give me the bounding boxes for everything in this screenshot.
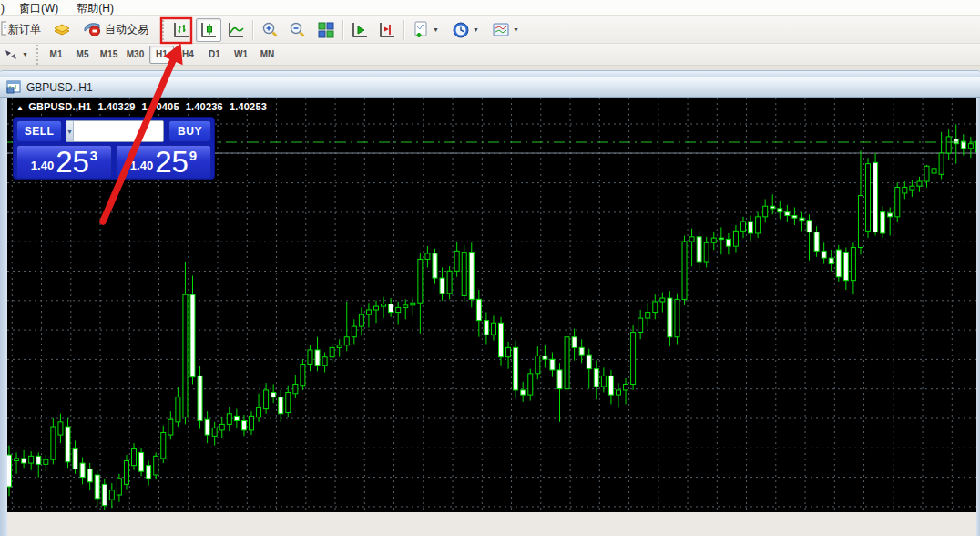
triangle-marker-icon: ▲ — [16, 104, 24, 112]
chart-window-titlebar[interactable]: GBPUSD.,H1 — [0, 77, 980, 98]
menu-item-clipped[interactable]: ) — [0, 2, 10, 15]
bull-candle — [903, 188, 907, 193]
bull-candle — [895, 188, 900, 217]
bear-candle — [484, 321, 488, 335]
bull-candle — [741, 222, 746, 231]
bear-candle — [514, 347, 518, 390]
bull-candle — [910, 186, 914, 190]
indicators-button[interactable]: ▼ — [408, 18, 443, 42]
bull-candle — [711, 238, 716, 242]
bull-candle — [425, 253, 430, 259]
bull-candle — [308, 350, 312, 365]
chart-window-frame — [0, 70, 980, 77]
timeframe-button-m1[interactable]: M1 — [44, 46, 68, 64]
timeframe-button-d1[interactable]: D1 — [202, 46, 227, 64]
bear-candle — [73, 449, 77, 469]
volume-input[interactable] — [74, 121, 164, 141]
autotrading-icon — [83, 19, 101, 41]
bull-candle — [491, 323, 495, 335]
buy-price-big: 25 — [155, 149, 189, 176]
bull-candle — [689, 237, 694, 242]
mql-editor-icon[interactable] — [52, 19, 72, 41]
bull-candle — [638, 318, 643, 333]
zoom-out-button[interactable] — [284, 18, 310, 42]
bear-candle — [579, 347, 584, 355]
bear-candle — [822, 251, 826, 258]
chevron-down-icon: ▼ — [22, 51, 28, 57]
bull-candle — [176, 397, 180, 422]
bull-candle — [616, 390, 620, 395]
bull-candle — [624, 384, 628, 389]
bear-candle — [87, 469, 92, 482]
timeframe-button-m5[interactable]: M5 — [70, 46, 95, 64]
bull-candle — [227, 414, 231, 425]
bull-candle — [851, 247, 855, 280]
quote-header: ▲GBPUSD.,H11.403291.404051.402361.40253 — [16, 101, 273, 112]
bear-candle — [807, 221, 812, 232]
bear-candle — [836, 250, 841, 277]
sell-button[interactable]: SELL — [16, 120, 62, 142]
zoom-in-button[interactable] — [257, 18, 282, 42]
chart-area[interactable]: ▲GBPUSD.,H11.403291.404051.402361.40253 … — [7, 98, 976, 512]
bull-candle — [454, 251, 459, 271]
quote-high: 1.40405 — [142, 101, 179, 112]
timeframe-button-m15[interactable]: M15 — [97, 46, 121, 64]
volume-decrease-button[interactable]: ▼ — [66, 121, 74, 141]
bear-candle — [36, 456, 41, 464]
bull-candle — [653, 302, 658, 313]
quote-low: 1.40236 — [186, 101, 223, 112]
menu-item-help[interactable]: 帮助(H) — [67, 0, 123, 16]
auto-scroll-button[interactable] — [347, 18, 373, 42]
timeframe-button-w1[interactable]: W1 — [229, 46, 253, 64]
bull-candle — [212, 428, 217, 436]
bear-candle — [271, 393, 276, 397]
bear-candle — [315, 350, 320, 366]
bar-chart-icon — [172, 21, 190, 39]
standard-toolbar: 新订单 自动交易 — [0, 16, 980, 44]
timeframe-button-h1[interactable]: H1 — [149, 46, 174, 64]
cursor-tool-button[interactable]: ▼ — [0, 46, 31, 64]
bear-candle — [771, 206, 775, 209]
volume-spinner: ▼ ▲ — [66, 120, 164, 142]
bear-candle — [80, 463, 85, 478]
bull-candle — [704, 242, 709, 262]
tile-windows-button[interactable] — [313, 18, 339, 42]
sell-price-tile[interactable]: 1.40 25 3 — [16, 145, 112, 179]
bear-candle — [954, 139, 958, 144]
bar-chart-button[interactable] — [168, 18, 194, 42]
bull-candle — [109, 490, 114, 500]
chart-window-icon — [6, 80, 21, 94]
bull-candle — [132, 449, 137, 466]
timeframe-button-h4[interactable]: H4 — [176, 46, 200, 64]
templates-button[interactable]: ▼ — [488, 18, 523, 42]
toolbar-grip[interactable] — [34, 45, 40, 65]
periods-button[interactable]: ▼ — [448, 18, 483, 42]
bull-candle — [403, 305, 408, 308]
autotrading-button[interactable]: 自动交易 — [105, 22, 148, 37]
bull-candle — [352, 326, 356, 337]
bear-candle — [594, 369, 598, 387]
bear-candle — [95, 475, 99, 499]
bull-candle — [15, 459, 19, 461]
bull-candle — [286, 393, 291, 413]
candlestick-chart-button[interactable] — [196, 18, 221, 42]
bull-candle — [601, 376, 606, 387]
buy-price-tile[interactable]: 1.40 25 9 — [116, 145, 211, 179]
bear-candle — [22, 459, 26, 463]
bear-candle — [440, 278, 444, 294]
timeframe-button-mn[interactable]: MN — [255, 46, 280, 64]
bear-candle — [749, 222, 753, 233]
bull-candle — [858, 196, 863, 248]
toolbar-grip[interactable] — [159, 20, 166, 40]
bear-candle — [279, 397, 283, 414]
bull-candle — [866, 164, 871, 232]
bull-candle — [330, 347, 334, 356]
bull-candle — [51, 427, 56, 459]
new-order-button[interactable]: 新订单 — [8, 22, 41, 37]
buy-button[interactable]: BUY — [168, 120, 211, 142]
line-chart-button[interactable] — [223, 18, 249, 42]
chart-shift-button[interactable] — [374, 18, 400, 42]
bear-candle — [550, 359, 555, 370]
menu-item-window[interactable]: 窗口(W) — [10, 0, 67, 16]
timeframe-button-m30[interactable]: M30 — [123, 46, 148, 64]
